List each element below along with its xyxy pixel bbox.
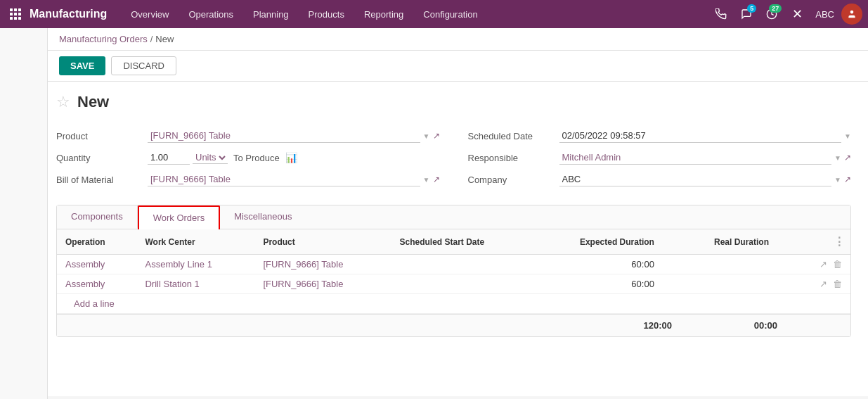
- company-external-link-icon[interactable]: ↗: [844, 175, 851, 184]
- scheduled-date-input[interactable]: [559, 129, 842, 143]
- row1-real-duration: [663, 255, 811, 274]
- to-produce-label: To Produce: [233, 153, 280, 163]
- quantity-input[interactable]: [148, 151, 190, 165]
- responsible-dropdown-icon[interactable]: ▼: [834, 154, 841, 162]
- row1-actions: ↗ 🗑: [820, 259, 842, 270]
- row1-product[interactable]: [FURN_9666] Table: [254, 255, 391, 274]
- company-input[interactable]: [559, 172, 832, 186]
- responsible-value: ▼ ↗: [559, 151, 852, 165]
- responsible-external-link-icon[interactable]: ↗: [844, 153, 851, 163]
- row1-external-link-icon[interactable]: ↗: [820, 259, 827, 270]
- phone-icon[interactable]: [710, 3, 732, 25]
- breadcrumb-parent[interactable]: Manufacturing Orders: [59, 34, 148, 44]
- col-scheduled-start-date: Scheduled Start Date: [391, 229, 534, 255]
- scheduled-date-calendar-icon[interactable]: ▼: [844, 132, 851, 140]
- bill-of-material-label: Bill of Material: [56, 175, 148, 185]
- chart-icon[interactable]: 📊: [285, 152, 297, 163]
- app-grid-icon[interactable]: [6, 4, 25, 24]
- table-row: Assembly Assembly Line 1 [FURN_9666] Tab…: [57, 255, 850, 274]
- clock-badge: 27: [769, 4, 782, 13]
- svg-rect-1: [14, 8, 17, 11]
- main-content: ☆ New Product ▼ ↗ Quantity Units: [0, 82, 868, 396]
- row2-delete-icon[interactable]: 🗑: [833, 279, 842, 289]
- svg-rect-3: [10, 13, 13, 15]
- row2-operation[interactable]: Assembly: [57, 274, 136, 294]
- tabs-header: Components Work Orders Miscellaneous: [57, 205, 850, 229]
- breadcrumb-separator: /: [150, 34, 153, 44]
- nav-products[interactable]: Products: [299, 0, 354, 28]
- bom-dropdown-icon[interactable]: ▼: [423, 176, 430, 184]
- nav-planning[interactable]: Planning: [243, 0, 299, 28]
- top-navigation: Manufacturing Overview Operations Planni…: [0, 0, 868, 28]
- product-label: Product: [56, 131, 148, 141]
- product-dropdown-icon[interactable]: ▼: [423, 132, 430, 140]
- tab-components[interactable]: Components: [57, 205, 138, 229]
- app-name: Manufacturing: [30, 8, 107, 20]
- nav-operations[interactable]: Operations: [179, 0, 243, 28]
- col-work-center: Work Center: [136, 229, 254, 255]
- row1-delete-icon[interactable]: 🗑: [833, 259, 842, 270]
- add-line-row: Add a line: [57, 294, 850, 314]
- product-input[interactable]: [148, 129, 420, 143]
- svg-rect-6: [10, 17, 13, 20]
- row2-work-center[interactable]: Drill Station 1: [136, 274, 254, 294]
- company-row: Company ▼ ↗: [468, 169, 852, 191]
- svg-rect-4: [14, 13, 17, 15]
- close-icon[interactable]: ✕: [786, 3, 808, 25]
- user-avatar[interactable]: [841, 4, 862, 25]
- svg-rect-7: [14, 17, 17, 20]
- row2-scheduled-start: [391, 274, 534, 294]
- tabs-container: Components Work Orders Miscellaneous Ope…: [56, 205, 851, 337]
- company-value: ▼ ↗: [559, 172, 852, 186]
- action-bar: SAVE DISCARD: [0, 51, 868, 82]
- quantity-row: Quantity Units To Produce 📊: [56, 147, 440, 169]
- sidebar-left: [0, 28, 48, 396]
- nav-configuration[interactable]: Configuration: [413, 0, 487, 28]
- work-orders-table: Operation Work Center Product Scheduled …: [57, 229, 850, 314]
- total-expected-duration: 120:00: [575, 320, 680, 331]
- product-value: ▼ ↗: [148, 129, 440, 143]
- row1-scheduled-start: [391, 255, 534, 274]
- header-icons: 5 27 ✕ ABC: [710, 3, 862, 25]
- scheduled-date-label: Scheduled Date: [468, 131, 559, 141]
- user-label[interactable]: ABC: [811, 3, 838, 25]
- svg-rect-5: [18, 13, 21, 15]
- row1-expected-duration: 60:00: [534, 255, 663, 274]
- nav-overview[interactable]: Overview: [121, 0, 179, 28]
- product-row: Product ▼ ↗: [56, 125, 440, 147]
- record-title: New: [77, 93, 109, 111]
- nav-reporting[interactable]: Reporting: [354, 0, 413, 28]
- product-external-link-icon[interactable]: ↗: [433, 131, 440, 141]
- tab-work-orders[interactable]: Work Orders: [138, 205, 220, 229]
- row1-work-center[interactable]: Assembly Line 1: [136, 255, 254, 274]
- row2-external-link-icon[interactable]: ↗: [820, 279, 827, 289]
- responsible-input[interactable]: [559, 151, 832, 165]
- chat-icon[interactable]: 5: [735, 3, 758, 25]
- table-options-icon[interactable]: ⋮: [834, 236, 845, 248]
- responsible-label: Responsible: [468, 153, 559, 163]
- clock-icon[interactable]: 27: [760, 3, 783, 25]
- units-select[interactable]: Units: [193, 151, 228, 164]
- form-fields: Product ▼ ↗ Quantity Units To Produce 📊: [56, 125, 851, 191]
- row2-actions: ↗ 🗑: [820, 279, 842, 289]
- save-button[interactable]: SAVE: [59, 56, 105, 75]
- row2-product[interactable]: [FURN_9666] Table: [254, 274, 391, 294]
- row2-expected-duration: 60:00: [534, 274, 663, 294]
- company-dropdown-icon[interactable]: ▼: [834, 176, 841, 184]
- svg-rect-8: [18, 17, 21, 20]
- bom-external-link-icon[interactable]: ↗: [433, 175, 440, 184]
- favorite-star-icon[interactable]: ☆: [56, 93, 70, 111]
- table-row: Assembly Drill Station 1 [FURN_9666] Tab…: [57, 274, 850, 294]
- tab-miscellaneous[interactable]: Miscellaneous: [220, 205, 306, 229]
- col-expected-duration: Expected Duration: [534, 229, 663, 255]
- bill-of-material-value: ▼ ↗: [148, 172, 440, 186]
- chat-badge: 5: [747, 4, 756, 13]
- responsible-row: Responsible ▼ ↗: [468, 147, 852, 169]
- bill-of-material-input[interactable]: [148, 172, 420, 186]
- quantity-label: Quantity: [56, 153, 148, 163]
- add-line-button[interactable]: Add a line: [65, 293, 123, 315]
- discard-button[interactable]: DISCARD: [111, 56, 176, 75]
- scheduled-date-value: ▼: [559, 129, 852, 143]
- row1-operation[interactable]: Assembly: [57, 255, 136, 274]
- company-label: Company: [468, 175, 559, 185]
